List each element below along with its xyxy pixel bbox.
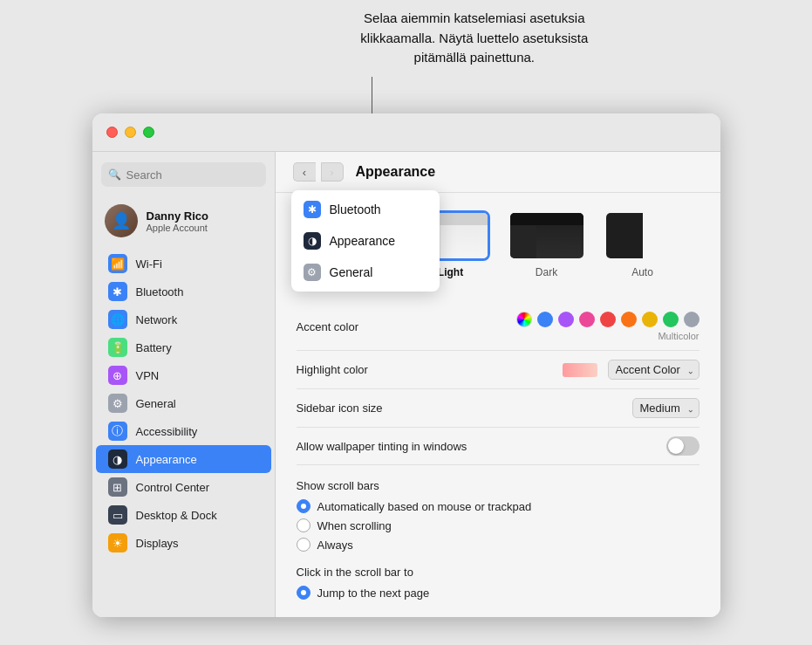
sidebar-label-battery: Battery — [136, 341, 172, 354]
sidebar-item-general[interactable]: ⚙ General — [96, 389, 271, 417]
swatch-pink[interactable] — [579, 312, 595, 327]
dropdown-general-label: General — [330, 265, 373, 279]
sidebar-label-displays: Displays — [136, 537, 179, 550]
dropdown-general-icon: ⚙ — [304, 264, 321, 281]
sidebar-label-bluetooth: Bluetooth — [136, 285, 184, 298]
highlight-color-select[interactable]: Accent Color Blue Purple Pink Red Orange… — [608, 360, 699, 380]
sidebar-label-controlcenter: Control Center — [136, 481, 210, 494]
sidebar-icon-size-select-wrapper: Small Medium Large — [632, 398, 699, 418]
click-scroll-label: Click in the scroll bar to — [297, 566, 699, 579]
sidebar-item-controlcenter[interactable]: ⊞ Control Center — [96, 473, 271, 501]
sidebar-item-appearance[interactable]: ◑ Appearance — [96, 445, 271, 473]
highlight-color-row: Highlight color Accent Color Blue Purple… — [297, 351, 699, 389]
auto-preview-visual — [606, 213, 679, 258]
dark-preview — [508, 210, 586, 261]
dropdown-item-bluetooth[interactable]: ✱ Bluetooth — [291, 194, 440, 225]
main-panel: ‹ › Appearance ✱ Bluetooth ◑ — [276, 152, 720, 617]
user-name: Danny Rico — [147, 209, 209, 223]
click-scroll-next-option[interactable]: Jump to the next page — [297, 586, 699, 600]
sidebar-item-vpn[interactable]: ⊕ VPN — [96, 361, 271, 389]
scroll-always-option[interactable]: Always — [297, 538, 699, 552]
vpn-icon: ⊕ — [108, 366, 127, 385]
wifi-icon: 📶 — [108, 254, 127, 273]
highlight-color-label: Highlight color — [297, 363, 368, 376]
wallpaper-tinting-label: Allow wallpaper tinting in windows — [297, 440, 467, 453]
dropdown-bluetooth-icon: ✱ — [304, 201, 321, 218]
swatch-yellow[interactable] — [642, 312, 658, 327]
sidebar-label-accessibility: Accessibility — [136, 425, 198, 438]
dark-preview-visual — [510, 213, 583, 258]
sidebar-item-wifi[interactable]: 📶 Wi-Fi — [96, 250, 271, 278]
scroll-scrolling-option[interactable]: When scrolling — [297, 518, 699, 532]
swatch-purple[interactable] — [558, 312, 574, 327]
highlight-color-preview — [563, 363, 597, 377]
appearance-mode-auto[interactable]: Auto — [604, 210, 682, 278]
sidebar-label-appearance: Appearance — [136, 453, 197, 466]
accessibility-icon: ⓘ — [108, 422, 127, 441]
sidebar-icon-size-row: Sidebar icon size Small Medium Large — [297, 389, 699, 428]
accent-color-row: Accent color — [297, 303, 699, 351]
user-info: Danny Rico Apple Account — [147, 209, 209, 233]
main-window: 🔍 👤 Danny Rico Apple Account 📶 Wi-Fi — [92, 113, 720, 617]
dropdown-item-appearance[interactable]: ◑ Appearance — [291, 225, 440, 257]
scroll-always-radio[interactable] — [297, 538, 310, 552]
swatch-green[interactable] — [663, 312, 679, 327]
sidebar-item-bluetooth[interactable]: ✱ Bluetooth — [96, 278, 271, 305]
scroll-scrolling-label: When scrolling — [317, 519, 392, 532]
close-button[interactable] — [106, 127, 118, 138]
auto-label: Auto — [631, 266, 653, 278]
search-icon: 🔍 — [108, 168, 121, 181]
swatch-multicolor[interactable] — [516, 312, 532, 327]
content-area: 🔍 👤 Danny Rico Apple Account 📶 Wi-Fi — [92, 152, 720, 617]
sidebar-icon-size-label: Sidebar icon size — [297, 401, 383, 415]
scroll-always-label: Always — [317, 539, 353, 552]
tooltip: Selaa aiemmin katselemiasi asetuksia kli… — [360, 9, 588, 68]
scroll-scrolling-radio[interactable] — [297, 518, 310, 532]
click-scroll-next-radio[interactable] — [297, 586, 310, 600]
minimize-button[interactable] — [125, 127, 136, 138]
sidebar-item-displays[interactable]: ☀ Displays — [96, 529, 271, 557]
general-icon: ⚙ — [108, 394, 127, 413]
sidebar-section: 📶 Wi-Fi ✱ Bluetooth 🌐 Network 🔋 Battery — [92, 250, 275, 557]
battery-icon: 🔋 — [108, 338, 127, 357]
wallpaper-tinting-toggle[interactable] — [666, 436, 699, 456]
click-scroll-radio-group: Jump to the next page — [297, 586, 699, 600]
swatch-blue[interactable] — [537, 312, 553, 327]
swatch-orange[interactable] — [621, 312, 637, 327]
panel-header: ‹ › Appearance ✱ Bluetooth ◑ — [276, 152, 720, 193]
back-button[interactable]: ‹ — [293, 162, 316, 182]
swatch-red[interactable] — [600, 312, 616, 327]
maximize-button[interactable] — [143, 127, 154, 138]
scroll-auto-radio[interactable] — [297, 499, 310, 513]
sidebar-item-accessibility[interactable]: ⓘ Accessibility — [96, 417, 271, 445]
search-input[interactable] — [126, 168, 259, 182]
sidebar-label-desktop: Desktop & Dock — [136, 509, 217, 522]
show-scroll-bars-label: Show scroll bars — [297, 479, 699, 492]
click-scroll-section: Click in the scroll bar to Jump to the n… — [297, 566, 699, 600]
sidebar-label-general: General — [136, 397, 176, 410]
window-wrapper: 🔍 👤 Danny Rico Apple Account 📶 Wi-Fi — [92, 113, 720, 617]
user-subtitle: Apple Account — [147, 223, 209, 233]
controlcenter-icon: ⊞ — [108, 477, 127, 497]
titlebar — [92, 113, 720, 152]
sidebar-icon-size-select[interactable]: Small Medium Large — [632, 398, 699, 418]
sidebar-item-desktop[interactable]: ▭ Desktop & Dock — [96, 501, 271, 529]
click-scroll-next-label: Jump to the next page — [317, 587, 430, 600]
swatches-row — [516, 312, 699, 327]
sidebar-item-battery[interactable]: 🔋 Battery — [96, 333, 271, 361]
sidebar-item-network[interactable]: 🌐 Network — [96, 305, 271, 333]
dropdown-bluetooth-label: Bluetooth — [330, 202, 381, 216]
user-section[interactable]: 👤 Danny Rico Apple Account — [92, 197, 275, 244]
displays-icon: ☀ — [108, 533, 127, 552]
sidebar-label-network: Network — [136, 313, 178, 326]
dropdown-item-general[interactable]: ⚙ General — [291, 257, 440, 288]
scroll-auto-option[interactable]: Automatically based on mouse or trackpad — [297, 499, 699, 513]
highlight-color-control: Accent Color Blue Purple Pink Red Orange… — [563, 360, 699, 380]
dropdown-appearance-label: Appearance — [330, 234, 396, 248]
nav-dropdown-menu: ✱ Bluetooth ◑ Appearance ⚙ General — [291, 190, 440, 292]
swatch-graphite[interactable] — [684, 312, 699, 327]
light-label: Light — [438, 266, 463, 278]
appearance-mode-dark[interactable]: Dark — [508, 210, 586, 278]
forward-button[interactable]: › — [321, 162, 344, 182]
search-bar[interactable]: 🔍 — [101, 162, 266, 187]
